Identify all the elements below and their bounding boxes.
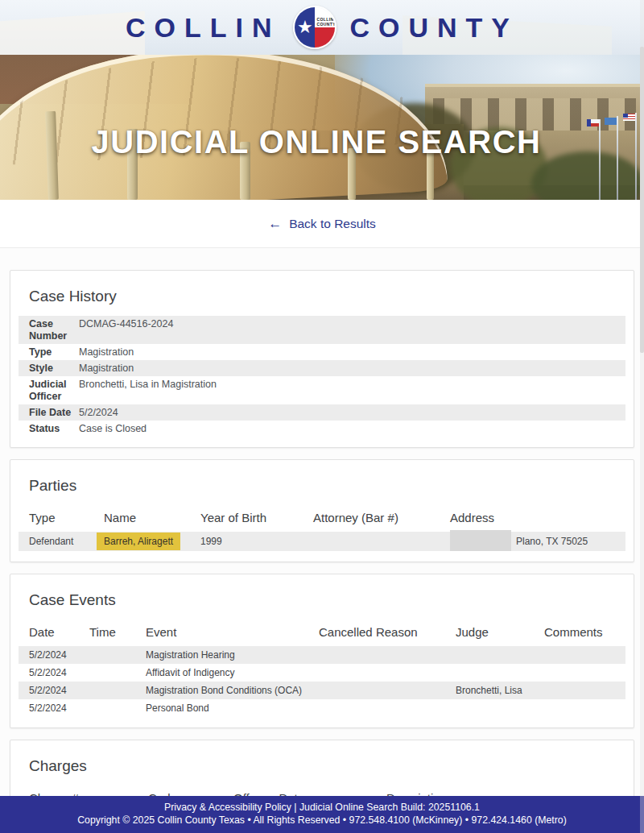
row-value: DCMAG-44516-2024	[79, 318, 625, 342]
party-year-of-birth: 1999	[190, 536, 303, 547]
table-row: 5/2/2024 Magistration Bond Conditions (O…	[19, 682, 625, 699]
table-row: 5/2/2024 Personal Bond	[19, 699, 625, 717]
event-date: 5/2/2024	[19, 649, 79, 661]
event-date: 5/2/2024	[19, 667, 79, 678]
footer-copyright: Copyright © 2025 Collin County Texas • A…	[0, 814, 644, 827]
parties-card: Parties Type Name Year of Birth Attorney…	[10, 459, 634, 562]
charges-title: Charges	[29, 757, 625, 775]
case-history-card: Case History Case Number DCMAG-44516-202…	[10, 270, 634, 448]
table-row: Status Case is Closed	[19, 421, 625, 437]
table-row: 5/2/2024 Magistration Hearing	[19, 646, 625, 664]
case-history-title: Case History	[29, 288, 625, 305]
table-row: Type Magistration	[19, 344, 625, 360]
seal-red-quarter	[315, 27, 335, 48]
row-value: 5/2/2024	[79, 407, 625, 419]
scrollbar-track[interactable]	[640, 0, 644, 833]
back-bar: ← Back to Results	[0, 200, 644, 248]
row-label: Judicial Officer	[29, 379, 79, 403]
table-row: 5/2/2024 Affidavit of Indigency	[19, 664, 625, 682]
courthouse-photo-banner: JUDICIAL ONLINE SEARCH	[0, 55, 644, 200]
column-header: Comments	[534, 625, 625, 639]
party-type: Defendant	[19, 536, 93, 547]
column-header: Year of Birth	[190, 511, 303, 524]
event-name: Affidavit of Indigency	[135, 667, 308, 678]
flagpole	[635, 113, 637, 200]
seal-blue-half: ★	[295, 7, 315, 48]
scrollbar-thumb[interactable]	[640, 47, 644, 353]
parties-header-row: Type Name Year of Birth Attorney (Bar #)…	[19, 505, 625, 532]
seal-white-quarter: COLLIN COUNTY	[315, 7, 335, 27]
redacted-address-block	[450, 530, 511, 551]
party-name: Barreh, Aliragett	[93, 533, 190, 550]
column-header: Time	[79, 625, 135, 639]
event-judge: Bronchetti, Lisa	[445, 685, 534, 696]
footer-build-info: | Judicial Online Search Build: 20251106…	[294, 802, 480, 813]
page-title: JUDICIAL ONLINE SEARCH	[0, 124, 633, 160]
event-date: 5/2/2024	[19, 685, 79, 696]
footer-line1: Privacy & Accessibility Policy | Judicia…	[0, 802, 644, 814]
column-header: Attorney (Bar #)	[303, 511, 440, 524]
party-address: Plano, TX 75025	[440, 533, 625, 549]
back-link-label: Back to Results	[289, 217, 376, 231]
charges-card: Charges Charge # Code Offense Date Descr…	[10, 740, 634, 796]
event-name: Personal Bond	[135, 702, 308, 714]
table-row: Judicial Officer Bronchetti, Lisa in Mag…	[19, 376, 625, 404]
column-header: Type	[19, 511, 93, 524]
column-header: Date	[19, 625, 79, 639]
row-label: Type	[29, 346, 79, 358]
address-city: Plano, TX 75025	[516, 536, 588, 547]
column-header: Event	[135, 625, 308, 639]
row-value: Magistration	[79, 346, 625, 358]
row-value: Magistration	[79, 363, 625, 375]
column-header: Address	[440, 511, 625, 524]
table-row: Case Number DCMAG-44516-2024	[19, 316, 625, 344]
collin-county-seal-icon: ★ COLLIN COUNTY	[293, 6, 336, 49]
case-events-card: Case Events Date Time Event Cancelled Re…	[10, 574, 634, 728]
table-row: Style Magistration	[19, 360, 625, 376]
case-history-table: Case Number DCMAG-44516-2024 Type Magist…	[19, 316, 625, 437]
row-label: Status	[29, 423, 79, 435]
event-name: Magistration Hearing	[135, 649, 308, 661]
table-row: File Date 5/2/2024	[19, 404, 625, 421]
brand-word-county: COUNTY	[349, 12, 518, 44]
event-date: 5/2/2024	[19, 702, 79, 714]
us-flag-icon	[623, 114, 635, 121]
row-value: Case is Closed	[79, 423, 625, 435]
county-brand-link[interactable]: COLLIN ★ COLLIN COUNTY COUNTY	[126, 6, 518, 49]
highlighted-name: Barreh, Aliragett	[97, 533, 180, 550]
row-value: Bronchetti, Lisa in Magistration	[79, 379, 625, 403]
top-brand-bar: COLLIN ★ COLLIN COUNTY COUNTY	[0, 0, 644, 55]
table-row: Defendant Barreh, Aliragett 1999 Plano, …	[19, 532, 625, 551]
column-header: Judge	[445, 625, 534, 639]
parties-title: Parties	[29, 477, 625, 495]
case-events-header-row: Date Time Event Cancelled Reason Judge C…	[19, 620, 625, 646]
brand-word-collin: COLLIN	[126, 12, 281, 44]
footer: Privacy & Accessibility Policy | Judicia…	[0, 796, 644, 833]
back-arrow-icon: ←	[268, 217, 282, 230]
back-to-results-link[interactable]: ← Back to Results	[268, 217, 376, 231]
row-label: File Date	[29, 407, 79, 419]
column-header: Cancelled Reason	[308, 625, 445, 639]
row-label: Case Number	[29, 318, 79, 342]
case-events-title: Case Events	[29, 591, 625, 609]
charges-header-row: Charge # Code Offense Date Description	[19, 785, 625, 796]
event-name: Magistration Bond Conditions (OCA)	[135, 685, 308, 696]
seal-text-line2: COUNTY	[316, 22, 336, 27]
main-content: Case History Case Number DCMAG-44516-202…	[0, 248, 644, 796]
star-icon: ★	[297, 19, 313, 36]
privacy-policy-link[interactable]: Privacy & Accessibility Policy	[164, 802, 291, 813]
column-header: Name	[93, 511, 190, 524]
row-label: Style	[29, 363, 79, 375]
